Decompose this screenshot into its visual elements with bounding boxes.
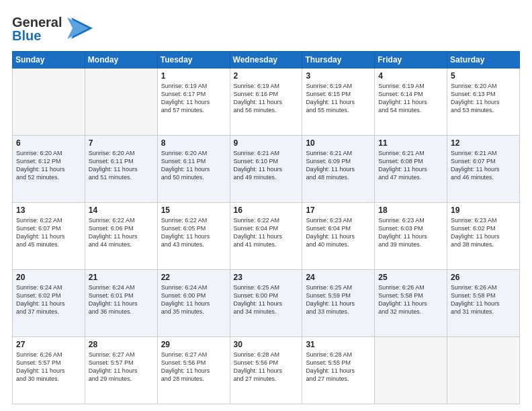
day-info: Sunrise: 6:21 AM Sunset: 6:08 PM Dayligh… — [378, 149, 443, 182]
day-info: Sunrise: 6:22 AM Sunset: 6:07 PM Dayligh… — [16, 216, 81, 249]
day-info: Sunrise: 6:21 AM Sunset: 6:09 PM Dayligh… — [306, 149, 371, 182]
calendar-cell: 22Sunrise: 6:24 AM Sunset: 6:00 PM Dayli… — [157, 270, 230, 337]
day-info: Sunrise: 6:27 AM Sunset: 5:56 PM Dayligh… — [161, 351, 226, 383]
calendar-cell: 6Sunrise: 6:20 AM Sunset: 6:12 PM Daylig… — [13, 136, 85, 203]
day-number: 11 — [378, 138, 443, 148]
day-number: 18 — [378, 205, 443, 215]
calendar-cell: 4Sunrise: 6:19 AM Sunset: 6:14 PM Daylig… — [375, 68, 447, 136]
day-info: Sunrise: 6:24 AM Sunset: 6:00 PM Dayligh… — [161, 283, 226, 316]
day-number: 25 — [378, 273, 443, 282]
calendar-cell: 28Sunrise: 6:27 AM Sunset: 5:57 PM Dayli… — [85, 337, 157, 404]
calendar-cell — [13, 68, 85, 136]
day-info: Sunrise: 6:21 AM Sunset: 6:07 PM Dayligh… — [451, 149, 516, 182]
calendar-cell: 8Sunrise: 6:20 AM Sunset: 6:11 PM Daylig… — [157, 136, 230, 203]
calendar-cell: 17Sunrise: 6:23 AM Sunset: 6:04 PM Dayli… — [302, 203, 375, 270]
weekday-header-row: SundayMondayTuesdayWednesdayThursdayFrid… — [13, 52, 520, 68]
calendar-cell: 13Sunrise: 6:22 AM Sunset: 6:07 PM Dayli… — [13, 203, 85, 270]
calendar-cell: 3Sunrise: 6:19 AM Sunset: 6:15 PM Daylig… — [302, 68, 375, 136]
day-number: 16 — [234, 205, 299, 215]
calendar-cell: 5Sunrise: 6:20 AM Sunset: 6:13 PM Daylig… — [447, 68, 520, 136]
day-info: Sunrise: 6:22 AM Sunset: 6:05 PM Dayligh… — [161, 216, 226, 249]
day-info: Sunrise: 6:25 AM Sunset: 5:59 PM Dayligh… — [306, 283, 371, 316]
calendar-cell: 7Sunrise: 6:20 AM Sunset: 6:11 PM Daylig… — [85, 136, 157, 203]
day-number: 7 — [89, 138, 154, 148]
logo-image: General Blue — [12, 12, 93, 44]
day-number: 8 — [161, 138, 226, 148]
header: General Blue — [12, 12, 520, 44]
day-info: Sunrise: 6:27 AM Sunset: 5:57 PM Dayligh… — [89, 351, 154, 383]
logo: General Blue — [12, 12, 93, 44]
calendar-cell: 18Sunrise: 6:23 AM Sunset: 6:03 PM Dayli… — [375, 203, 447, 270]
calendar-cell — [447, 337, 520, 404]
page: General Blue SundayMondayTuesdayWednesda… — [0, 0, 532, 411]
day-number: 19 — [451, 205, 516, 215]
week-row-4: 20Sunrise: 6:24 AM Sunset: 6:02 PM Dayli… — [13, 270, 520, 337]
weekday-header-monday: Monday — [85, 52, 157, 68]
day-number: 28 — [89, 340, 154, 349]
day-info: Sunrise: 6:23 AM Sunset: 6:03 PM Dayligh… — [378, 216, 443, 249]
day-info: Sunrise: 6:20 AM Sunset: 6:13 PM Dayligh… — [451, 82, 516, 115]
day-number: 30 — [234, 340, 299, 349]
calendar-cell: 16Sunrise: 6:22 AM Sunset: 6:04 PM Dayli… — [230, 203, 302, 270]
day-number: 15 — [161, 205, 226, 215]
calendar-cell: 21Sunrise: 6:24 AM Sunset: 6:01 PM Dayli… — [85, 270, 157, 337]
week-row-2: 6Sunrise: 6:20 AM Sunset: 6:12 PM Daylig… — [13, 136, 520, 203]
calendar-cell: 20Sunrise: 6:24 AM Sunset: 6:02 PM Dayli… — [13, 270, 85, 337]
day-number: 1 — [161, 71, 226, 81]
day-number: 24 — [306, 273, 371, 282]
day-number: 10 — [306, 138, 371, 148]
day-info: Sunrise: 6:21 AM Sunset: 6:10 PM Dayligh… — [234, 149, 299, 182]
day-info: Sunrise: 6:23 AM Sunset: 6:04 PM Dayligh… — [306, 216, 371, 249]
day-info: Sunrise: 6:28 AM Sunset: 5:55 PM Dayligh… — [306, 351, 371, 383]
weekday-header-saturday: Saturday — [447, 52, 520, 68]
day-number: 6 — [16, 138, 81, 148]
calendar-cell: 24Sunrise: 6:25 AM Sunset: 5:59 PM Dayli… — [302, 270, 375, 337]
day-number: 22 — [161, 273, 226, 282]
calendar-cell: 29Sunrise: 6:27 AM Sunset: 5:56 PM Dayli… — [157, 337, 230, 404]
calendar-cell — [375, 337, 447, 404]
calendar-cell: 25Sunrise: 6:26 AM Sunset: 5:58 PM Dayli… — [375, 270, 447, 337]
day-info: Sunrise: 6:19 AM Sunset: 6:16 PM Dayligh… — [234, 82, 299, 115]
weekday-header-thursday: Thursday — [302, 52, 375, 68]
day-info: Sunrise: 6:20 AM Sunset: 6:11 PM Dayligh… — [89, 149, 154, 182]
day-number: 31 — [306, 340, 371, 349]
calendar-cell: 26Sunrise: 6:26 AM Sunset: 5:58 PM Dayli… — [447, 270, 520, 337]
day-info: Sunrise: 6:28 AM Sunset: 5:56 PM Dayligh… — [234, 351, 299, 383]
day-info: Sunrise: 6:22 AM Sunset: 6:04 PM Dayligh… — [234, 216, 299, 249]
day-number: 13 — [16, 205, 81, 215]
calendar-cell — [85, 68, 157, 136]
calendar-cell: 23Sunrise: 6:25 AM Sunset: 6:00 PM Dayli… — [230, 270, 302, 337]
calendar-cell: 19Sunrise: 6:23 AM Sunset: 6:02 PM Dayli… — [447, 203, 520, 270]
day-number: 17 — [306, 205, 371, 215]
calendar-cell: 15Sunrise: 6:22 AM Sunset: 6:05 PM Dayli… — [157, 203, 230, 270]
svg-text:Blue: Blue — [12, 28, 41, 43]
weekday-header-tuesday: Tuesday — [157, 52, 230, 68]
day-info: Sunrise: 6:25 AM Sunset: 6:00 PM Dayligh… — [234, 283, 299, 316]
day-number: 12 — [451, 138, 516, 148]
day-info: Sunrise: 6:24 AM Sunset: 6:02 PM Dayligh… — [16, 283, 81, 316]
weekday-header-wednesday: Wednesday — [230, 52, 302, 68]
calendar-cell: 2Sunrise: 6:19 AM Sunset: 6:16 PM Daylig… — [230, 68, 302, 136]
week-row-1: 1Sunrise: 6:19 AM Sunset: 6:17 PM Daylig… — [13, 68, 520, 136]
day-number: 21 — [89, 273, 154, 282]
calendar-cell: 9Sunrise: 6:21 AM Sunset: 6:10 PM Daylig… — [230, 136, 302, 203]
day-info: Sunrise: 6:19 AM Sunset: 6:14 PM Dayligh… — [378, 82, 443, 115]
day-number: 9 — [234, 138, 299, 148]
calendar-cell: 27Sunrise: 6:26 AM Sunset: 5:57 PM Dayli… — [13, 337, 85, 404]
day-info: Sunrise: 6:22 AM Sunset: 6:06 PM Dayligh… — [89, 216, 154, 249]
calendar-cell: 1Sunrise: 6:19 AM Sunset: 6:17 PM Daylig… — [157, 68, 230, 136]
week-row-5: 27Sunrise: 6:26 AM Sunset: 5:57 PM Dayli… — [13, 337, 520, 404]
day-info: Sunrise: 6:19 AM Sunset: 6:15 PM Dayligh… — [306, 82, 371, 115]
day-number: 23 — [234, 273, 299, 282]
day-info: Sunrise: 6:26 AM Sunset: 5:58 PM Dayligh… — [378, 283, 443, 316]
calendar-cell: 31Sunrise: 6:28 AM Sunset: 5:55 PM Dayli… — [302, 337, 375, 404]
logo-svg: General Blue — [12, 12, 93, 44]
day-number: 14 — [89, 205, 154, 215]
day-number: 3 — [306, 71, 371, 81]
svg-marker-3 — [67, 17, 89, 39]
weekday-header-sunday: Sunday — [13, 52, 85, 68]
calendar-cell: 14Sunrise: 6:22 AM Sunset: 6:06 PM Dayli… — [85, 203, 157, 270]
week-row-3: 13Sunrise: 6:22 AM Sunset: 6:07 PM Dayli… — [13, 203, 520, 270]
day-number: 27 — [16, 340, 81, 349]
day-number: 26 — [451, 273, 516, 282]
